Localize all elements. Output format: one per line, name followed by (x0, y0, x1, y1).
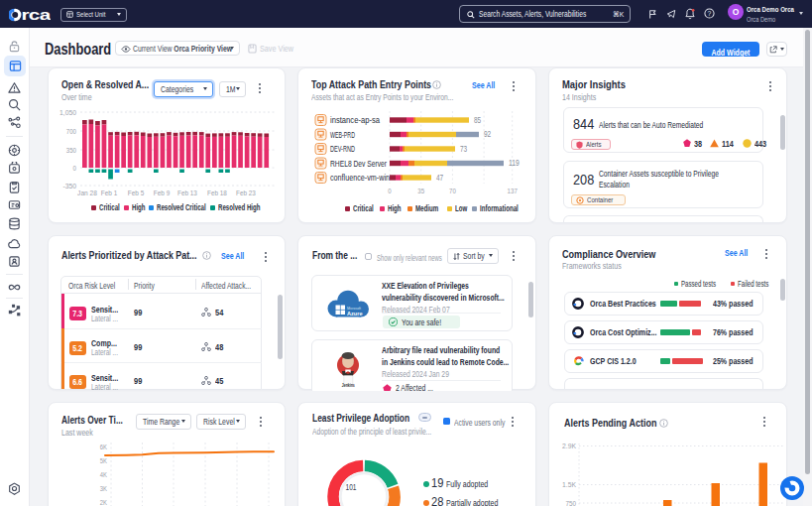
svg-text:1.5K: 1.5K (562, 480, 577, 489)
svg-text:Feb 13: Feb 13 (177, 189, 197, 197)
svg-text:137: 137 (508, 187, 519, 195)
svg-text:WEB-PRD: WEB-PRD (330, 129, 355, 140)
svg-text:92: 92 (484, 129, 491, 139)
svg-text:750: 750 (566, 499, 577, 506)
svg-text:2.9K: 2.9K (562, 442, 577, 450)
svg-text:2K: 2K (100, 498, 108, 506)
svg-text:Feb 1: Feb 1 (101, 189, 118, 197)
svg-text:47: 47 (436, 173, 443, 183)
svg-text:4K: 4K (100, 470, 108, 479)
svg-text:5K: 5K (100, 456, 108, 465)
svg-text:rca: rca (22, 6, 52, 22)
svg-text:Feb 9: Feb 9 (154, 189, 171, 197)
svg-text:Feb 18: Feb 18 (207, 189, 227, 197)
svg-text:0: 0 (388, 187, 392, 195)
svg-text:DEV-RND: DEV-RND (330, 143, 355, 154)
svg-text:35: 35 (417, 187, 424, 195)
svg-text:Feb 5: Feb 5 (128, 189, 145, 197)
svg-text:Feb 23: Feb 23 (236, 189, 256, 197)
svg-text:-350: -350 (62, 182, 76, 190)
svg-text:85: 85 (474, 115, 481, 125)
svg-text:73: 73 (460, 144, 467, 154)
svg-text:350: 350 (66, 146, 77, 155)
svg-text:70: 70 (449, 187, 456, 195)
svg-text:0: 0 (73, 164, 77, 173)
svg-text:Azure: Azure (347, 311, 363, 316)
svg-text:700: 700 (66, 127, 77, 136)
svg-text:6K: 6K (100, 443, 108, 451)
svg-text:119: 119 (509, 158, 520, 168)
svg-text:1,050: 1,050 (59, 108, 76, 117)
svg-text:Jan 28: Jan 28 (77, 189, 97, 197)
svg-text:instance-ap-sa: instance-ap-sa (330, 114, 381, 125)
svg-text:Jenkins: Jenkins (342, 383, 355, 388)
svg-text:RHEL8 Dev Server: RHEL8 Dev Server (330, 158, 387, 169)
svg-text:?: ? (708, 10, 712, 17)
svg-text:3K: 3K (100, 484, 108, 493)
svg-text:confluence-vm-win: confluence-vm-win (330, 172, 390, 183)
svg-text:101: 101 (346, 482, 357, 492)
